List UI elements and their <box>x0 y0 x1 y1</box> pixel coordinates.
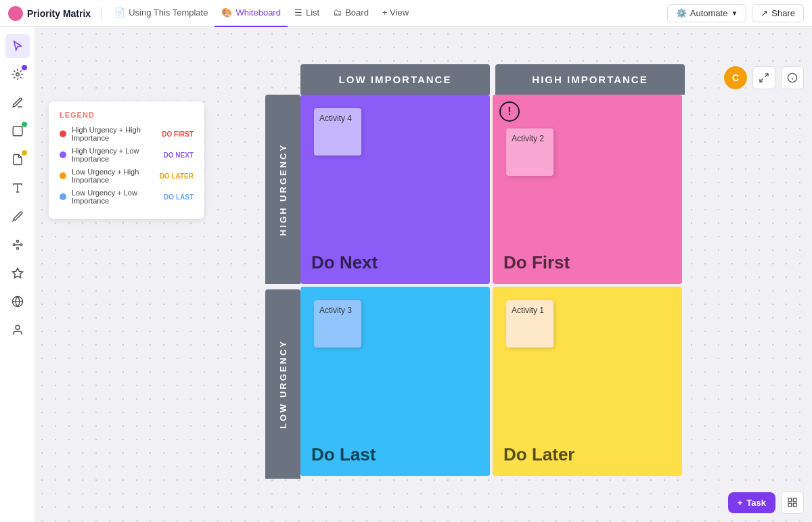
sidebar-connect-tool[interactable] <box>5 233 30 257</box>
sidebar <box>0 27 35 522</box>
quadrant-do-next[interactable]: Activity 4 Do Next <box>300 95 490 284</box>
sidebar-shape-tool[interactable] <box>5 119 30 143</box>
alert-icon: ! <box>499 101 520 122</box>
quadrant-do-last[interactable]: Activity 3 Do Last <box>300 287 490 476</box>
canvas-controls: C <box>724 66 804 89</box>
fit-view-button[interactable] <box>752 66 775 89</box>
svg-point-5 <box>20 244 22 246</box>
svg-rect-1 <box>13 126 22 136</box>
grid-view-button[interactable] <box>781 491 804 514</box>
tab-list[interactable]: ☰ List <box>288 0 326 27</box>
nav-divider <box>102 7 102 20</box>
svg-marker-9 <box>12 268 22 278</box>
legend-dot-last <box>60 193 66 200</box>
tab-whiteboard-label: Whiteboard <box>235 7 280 18</box>
tab-whiteboard[interactable]: 🎨 Whiteboard <box>215 0 287 27</box>
legend-dot-later <box>60 172 66 179</box>
activity2-label: Activity 2 <box>512 134 544 143</box>
logo-icon <box>8 6 23 21</box>
row-label-low: LOW URGENCY <box>265 289 300 479</box>
sticky-activity1[interactable]: Activity 1 <box>506 300 554 348</box>
quadrant-grid: Activity 4 Do Next ! Activity 2 Do First <box>300 95 682 479</box>
svg-point-7 <box>16 247 18 250</box>
legend-item-first: High Urgency + High Importance DO FIRST <box>60 126 194 142</box>
activity4-label: Activity 4 <box>319 114 352 123</box>
legend-item-last: Low Urgency + Low Importance DO LAST <box>60 189 194 205</box>
canvas[interactable]: C LEGEND High Urgency + High Importance … <box>35 27 812 522</box>
shape-dot <box>22 122 27 127</box>
share-button[interactable]: ↗ Share <box>752 4 804 22</box>
sidebar-magic-tool[interactable] <box>5 261 30 285</box>
top-nav: Priority Matrix 📄 Using This Template 🎨 … <box>0 0 812 27</box>
top-row: Activity 4 Do Next ! Activity 2 Do First <box>300 95 682 284</box>
do-last-label: Do Last <box>311 444 479 465</box>
svg-line-13 <box>765 74 768 77</box>
automate-label: Automate <box>690 8 728 18</box>
whiteboard-icon: 🎨 <box>221 7 232 18</box>
board-icon: 🗂 <box>333 7 342 18</box>
bottom-right-controls: + Task <box>728 491 804 514</box>
col-header-low: LOW IMPORTANCE <box>300 64 490 95</box>
main-layout: C LEGEND High Urgency + High Importance … <box>0 27 812 522</box>
automate-chevron: ▼ <box>731 9 738 17</box>
legend-label-last: Low Urgency + Low Importance <box>72 189 158 205</box>
legend-dot-next <box>60 151 66 158</box>
quadrant-do-later[interactable]: Activity 1 Do Later <box>493 287 682 476</box>
tab-add-view-label: + View <box>382 7 409 18</box>
activity3-label: Activity 3 <box>319 306 352 315</box>
automate-button[interactable]: ⚙️ Automate ▼ <box>667 4 747 22</box>
sidebar-text-tool[interactable] <box>5 176 30 200</box>
nav-right: ⚙️ Automate ▼ ↗ Share <box>667 4 804 22</box>
sticky-activity4[interactable]: Activity 4 <box>314 108 361 156</box>
tab-board[interactable]: 🗂 Board <box>326 0 376 27</box>
legend-item-later: Low Urgency + High Importance DO LATER <box>60 168 194 184</box>
avatar: C <box>724 66 747 89</box>
legend-item-next: High Urgency + Low Importance DO NEXT <box>60 147 194 163</box>
nav-logo: Priority Matrix <box>8 6 91 21</box>
sidebar-globe-tool[interactable] <box>5 289 30 314</box>
tab-board-label: Board <box>345 7 369 18</box>
sidebar-user-tool[interactable] <box>5 318 30 342</box>
sidebar-ai-tool[interactable] <box>5 62 30 87</box>
tab-list-label: List <box>306 7 319 18</box>
col-header-high: HIGH IMPORTANCE <box>495 64 685 95</box>
svg-rect-18 <box>788 498 792 502</box>
tab-add-view[interactable]: + View <box>376 0 415 27</box>
app-title: Priority Matrix <box>27 8 91 19</box>
legend-badge-first: DO FIRST <box>162 130 194 138</box>
sticky-activity2[interactable]: Activity 2 <box>506 128 554 176</box>
do-first-label: Do First <box>503 252 671 273</box>
sidebar-eyedropper-tool[interactable] <box>5 204 30 229</box>
column-headers: LOW IMPORTANCE HIGH IMPORTANCE <box>300 64 698 95</box>
tab-using-template[interactable]: 📄 Using This Template <box>108 0 215 27</box>
priority-matrix: LOW IMPORTANCE HIGH IMPORTANCE HIGH URGE… <box>265 64 698 504</box>
sidebar-note-tool[interactable] <box>5 147 30 172</box>
share-icon: ↗ <box>761 8 768 18</box>
note-dot <box>22 150 27 156</box>
svg-rect-21 <box>788 503 792 506</box>
task-label: Task <box>746 498 766 508</box>
sidebar-pen-tool[interactable] <box>5 91 30 115</box>
sticky-activity3[interactable]: Activity 3 <box>314 300 361 348</box>
svg-line-14 <box>760 78 763 82</box>
svg-rect-19 <box>793 498 796 502</box>
sidebar-cursor-tool[interactable] <box>5 34 30 58</box>
legend-label-first: High Urgency + High Importance <box>72 126 156 142</box>
svg-point-6 <box>16 240 18 242</box>
ai-dot <box>22 65 27 70</box>
add-task-button[interactable]: + Task <box>728 492 775 513</box>
legend-panel: LEGEND High Urgency + High Importance DO… <box>49 101 204 219</box>
info-button[interactable] <box>781 66 804 89</box>
legend-title: LEGEND <box>60 111 194 119</box>
activity1-label: Activity 1 <box>512 306 544 315</box>
automate-icon: ⚙️ <box>676 8 687 18</box>
svg-point-4 <box>13 244 15 246</box>
legend-label-later: Low Urgency + High Importance <box>72 168 154 184</box>
matrix-body: HIGH URGENCY LOW URGENCY Activity 4 Do N… <box>265 95 698 479</box>
legend-badge-later: DO LATER <box>160 172 194 180</box>
quadrant-do-first[interactable]: ! Activity 2 Do First <box>493 95 682 284</box>
plus-icon: + <box>738 498 743 508</box>
list-icon: ☰ <box>294 7 302 18</box>
legend-dot-first <box>60 130 66 137</box>
svg-point-12 <box>16 325 20 329</box>
